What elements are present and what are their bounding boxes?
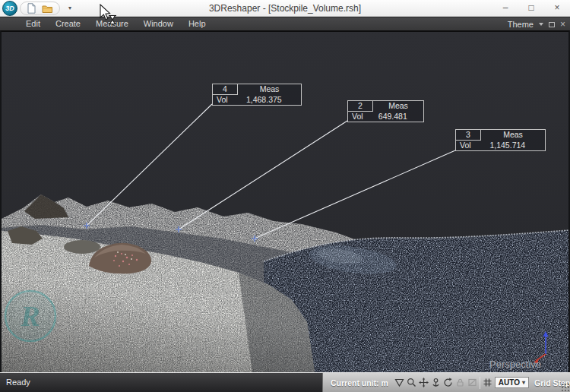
status-bar: Ready Current unit: m (0, 372, 570, 392)
measure-type: Meas (238, 84, 301, 95)
menu-measure[interactable]: Measure (88, 17, 136, 30)
svg-text:R: R (20, 300, 40, 332)
close-button[interactable]: × (544, 0, 570, 17)
menu-window[interactable]: Window (136, 17, 181, 30)
document-close-icon[interactable]: × (560, 20, 565, 29)
lock-icon[interactable] (455, 375, 465, 390)
app-logo-icon[interactable]: 3D (2, 1, 17, 16)
measure-label-2[interactable]: 2 Meas Vol 649.481 (347, 100, 424, 122)
grid-icon[interactable] (483, 375, 492, 390)
separator (480, 377, 480, 389)
measure-key: Vol (348, 112, 367, 122)
measure-key: Vol (456, 141, 475, 150)
qat-customize-dropdown-icon[interactable]: ▾ (68, 5, 71, 11)
title-bar: 3D ▾ 3DReshaper - [Stockpile_Volume.rsh]… (0, 0, 570, 17)
statusbar-tools-panel: Current unit: m (322, 373, 570, 392)
chevron-down-icon[interactable] (539, 23, 543, 26)
new-document-icon[interactable] (27, 3, 36, 14)
status-text: Ready (6, 373, 30, 391)
zoom-icon[interactable] (407, 375, 416, 390)
window-controls: – □ × (492, 0, 570, 17)
dropdown-arrow-icon: ▾ (522, 379, 525, 386)
menu-create[interactable]: Create (48, 17, 88, 30)
document-restore-icon[interactable] (549, 22, 555, 27)
filter-icon[interactable] (394, 375, 404, 390)
measure-type: Meas (481, 130, 545, 141)
measure-type: Meas (373, 101, 423, 112)
open-folder-icon[interactable] (42, 4, 53, 14)
measure-label-3[interactable]: 3 Meas Vol 1,145.714 (455, 129, 546, 151)
app-window: 3D ▾ 3DReshaper - [Stockpile_Volume.rsh]… (0, 0, 570, 392)
pan-icon[interactable] (419, 375, 429, 390)
menu-edit[interactable]: Edit (18, 17, 48, 30)
quick-access-toolbar (20, 2, 60, 15)
measure-value: 1,468.375 (232, 95, 301, 105)
viewport: R 4 Me (0, 30, 570, 372)
menu-help[interactable]: Help (181, 17, 214, 30)
watermark: R (5, 291, 55, 341)
theme-menu[interactable]: Theme (508, 20, 534, 29)
measure-value: 649.481 (367, 112, 423, 122)
resize-grip[interactable] (561, 383, 569, 391)
measure-id: 4 (212, 84, 238, 95)
current-unit-label: Current unit: m (327, 377, 392, 389)
menubar-right-cluster: Theme × (508, 17, 565, 31)
measure-id: 2 (347, 100, 373, 112)
maximize-button[interactable]: □ (518, 0, 544, 17)
grid-auto-dropdown[interactable]: AUTO ▾ (495, 377, 529, 388)
menu-bar: Edit Create Measure Window Help Theme × (0, 17, 570, 30)
minimize-button[interactable]: – (492, 0, 518, 17)
rotate-icon[interactable] (443, 375, 453, 390)
window-title: 3DReshaper - [Stockpile_Volume.rsh] (0, 0, 570, 17)
view-mode-label: Perspective (489, 359, 541, 370)
grid-auto-value: AUTO (499, 378, 520, 387)
rotation-center-icon[interactable] (431, 375, 441, 390)
measure-id: 3 (455, 129, 481, 141)
measure-label-4[interactable]: 4 Meas Vol 1,468.375 (212, 84, 302, 106)
measure-value: 1,145.714 (475, 141, 545, 150)
clipping-icon[interactable] (467, 375, 477, 390)
measure-key: Vol (213, 95, 232, 105)
